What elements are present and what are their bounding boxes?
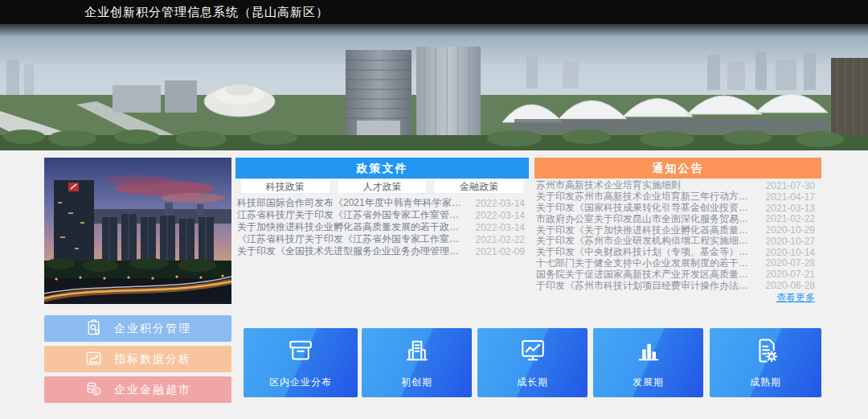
card-maturity-stage[interactable]: 成熟期	[710, 328, 821, 397]
building-icon	[403, 336, 432, 368]
city-night-photo	[44, 158, 231, 304]
card-startup-stage[interactable]: 初创期	[362, 328, 472, 397]
notice-item-date: 2020-07-28	[757, 257, 815, 269]
card-development-stage[interactable]: 发展期	[593, 328, 703, 397]
notice-item-date: 2021-02-22	[757, 213, 815, 224]
tab-talent-policy[interactable]: 人才政策	[338, 180, 427, 193]
card-growth-stage[interactable]: 成长期	[477, 328, 588, 397]
notice-item-date: 2021-07-30	[757, 180, 815, 191]
policy-list-item[interactable]: 关于印发《全国技术先进型服务企业业务办理管理平台指引（试行）》的通知 2021-…	[237, 245, 525, 257]
notice-item-date: 2020-10-29	[757, 224, 815, 236]
app-title: 企业创新积分管理信息系统（昆山高新区）	[84, 5, 329, 18]
line-chart-monitor-icon	[518, 336, 547, 368]
sidebar-item-finance-market[interactable]: $ 企业金融超市	[44, 376, 231, 403]
sidebar-item-score-management[interactable]: 企业积分管理	[44, 315, 231, 342]
card-label: 成熟期	[750, 376, 781, 389]
policy-panel-header: 政策文件	[235, 158, 529, 179]
sidebar-item-label: 指标数据分析	[114, 352, 191, 367]
policy-item-title[interactable]: 关于印发《全国技术先进型服务企业业务办理管理平台指引（试行）》的通知	[237, 244, 467, 258]
policy-item-date: 2022-03-14	[467, 198, 525, 209]
policy-list: 科技部国际合作司发布《2021年度中韩青年科学家交流计划“中国青年科学家赴韩工作…	[235, 197, 529, 257]
policy-list-item[interactable]: 关于加快推进科技企业孵化器高质量发展的若干政策措施（试行） 2022-03-14	[237, 221, 525, 233]
clipboard-score-icon	[84, 318, 103, 339]
policy-item-date: 2022-03-14	[467, 222, 525, 233]
policy-item-date: 2022-03-14	[467, 210, 525, 221]
policy-panel-title: 政策文件	[357, 162, 408, 175]
policy-item-date: 2021-02-09	[467, 246, 525, 257]
document-gear-icon	[751, 336, 780, 368]
view-more-link[interactable]: 查看更多	[534, 291, 815, 305]
sidebar-item-label: 企业积分管理	[114, 322, 191, 336]
notice-panel-title: 通知公告	[653, 162, 704, 175]
policy-list-item[interactable]: 科技部国际合作司发布《2021年度中韩青年科学家交流计划“中国青年科学家赴韩工作…	[237, 197, 525, 209]
card-label: 初创期	[401, 376, 432, 389]
sidebar-item-data-analysis[interactable]: 指标数据分析	[44, 346, 231, 372]
notice-list: 苏州市高新技术企业培育实施细则 2021-07-30 关于印发苏州市高新技术企业…	[534, 180, 821, 291]
app-header: 企业创新积分管理信息系统（昆山高新区）	[0, 0, 868, 24]
sidebar-item-label: 企业金融超市	[114, 383, 191, 397]
card-enterprise-distribution[interactable]: 区内企业分布	[244, 328, 358, 397]
notice-panel-header: 通知公告	[534, 158, 821, 179]
tab-finance-policy[interactable]: 金融政策	[435, 180, 523, 193]
hero-banner-image	[0, 24, 868, 150]
bar-chart-icon	[634, 336, 663, 368]
card-label: 区内企业分布	[269, 376, 332, 389]
svg-text:$: $	[94, 388, 99, 394]
notice-item-date: 2020-07-21	[757, 269, 815, 280]
notice-item-date: 2020-10-27	[757, 236, 815, 247]
notice-item-date: 2020-06-28	[757, 280, 815, 291]
policy-tabs: 科技政策 人才政策 金融政策	[235, 180, 529, 194]
policy-item-date: 2021-02-22	[467, 234, 525, 245]
tab-tech-policy[interactable]: 科技政策	[241, 180, 330, 193]
policy-list-item[interactable]: 《江苏省科技厅关于印发《江苏省外国专家工作室管理办法（试行）》的通知》 2021…	[237, 233, 525, 245]
policy-list-item[interactable]: 江苏省科技厅关于印发《江苏省外国专家工作室管理办法（试行）》的通知 2022-0…	[237, 209, 525, 221]
card-label: 成长期	[517, 376, 548, 389]
notice-list-item[interactable]: 于印发《苏州市科技计划项目经费审计操作办法》的通知 2020-06-28	[536, 280, 815, 291]
notice-item-date: 2020-10-14	[757, 247, 815, 258]
card-label: 发展期	[633, 376, 664, 389]
gauge-chart-icon	[84, 349, 103, 370]
notice-item-date: 2021-03-13	[757, 203, 815, 214]
coins-icon: $	[84, 380, 103, 401]
archive-box-icon	[286, 336, 315, 368]
notice-item-date: 2021-04-17	[757, 191, 815, 203]
